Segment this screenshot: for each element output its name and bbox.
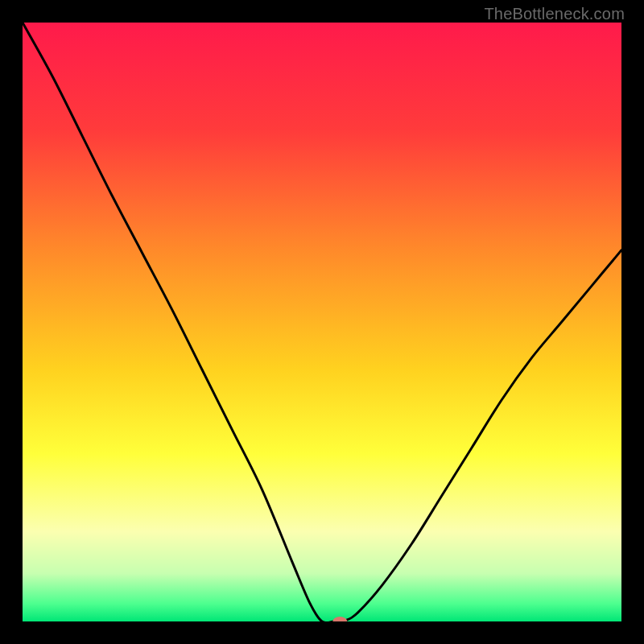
plot-area	[23, 23, 621, 621]
gradient-background	[23, 23, 621, 621]
chart-svg	[23, 23, 621, 621]
chart-container: TheBottleneck.com	[0, 0, 644, 644]
watermark-text: TheBottleneck.com	[484, 5, 625, 23]
